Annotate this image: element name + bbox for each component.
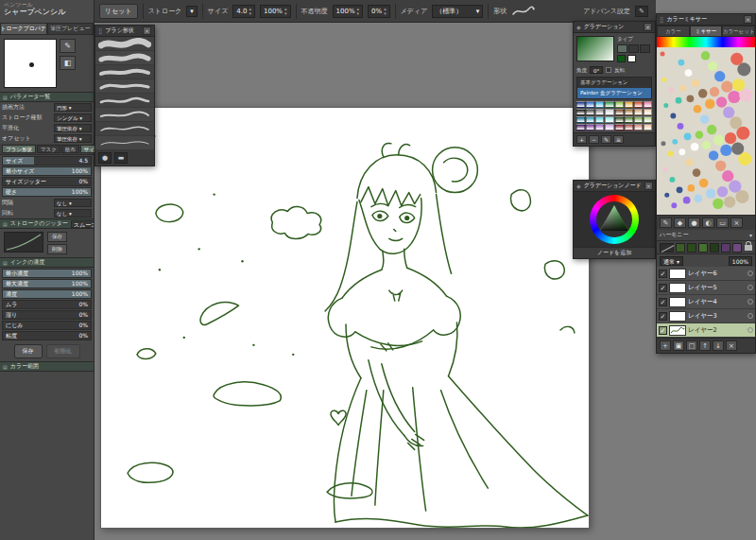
gradient-swatch[interactable]	[644, 124, 652, 131]
gradient-swatch[interactable]	[595, 116, 604, 123]
param-select[interactable]: 円形 ▾	[54, 103, 92, 112]
mixer-pad[interactable]	[657, 37, 755, 215]
gradient-swatch[interactable]	[586, 101, 594, 108]
apply-button[interactable]: 保存	[14, 344, 43, 358]
color-wheel[interactable]	[590, 195, 639, 244]
mixer-tab[interactable]: カラー	[657, 26, 690, 37]
param-select[interactable]: なし ▾	[54, 209, 92, 218]
remove-icon[interactable]: −	[589, 135, 599, 144]
harmony-swatch[interactable]	[687, 243, 696, 253]
brush-preset[interactable]	[95, 79, 154, 94]
layer-lock-indicator[interactable]	[747, 299, 753, 305]
gradient-swatch[interactable]	[615, 101, 624, 108]
size-scale-input[interactable]: 100%▴▾	[260, 5, 291, 18]
gradient-swatch[interactable]	[634, 124, 643, 131]
param-slider[interactable]: にじみ0%	[2, 321, 92, 330]
gradient-swatch[interactable]	[644, 109, 652, 115]
pen-tip-icon[interactable]: ✎	[60, 39, 76, 53]
layer-row[interactable]: ✓レイヤー5	[657, 281, 755, 295]
tool-panel-tab[interactable]: ストロークプロパティ	[0, 23, 47, 35]
harmony-swatch[interactable]	[676, 243, 685, 253]
current-tool-box[interactable]: ペンツール シャープペンシル	[0, 0, 94, 23]
spinner-icon[interactable]: ▴▾	[249, 7, 251, 16]
param-slider[interactable]: 最小濃度100%	[2, 269, 92, 278]
hue-strip[interactable]	[657, 37, 755, 47]
gradient-swatch[interactable]	[634, 116, 643, 123]
radial-gradient-icon[interactable]	[628, 44, 639, 53]
gradient-swatch[interactable]	[586, 109, 594, 115]
close-icon[interactable]: ×	[143, 26, 151, 35]
add-icon[interactable]: +	[576, 135, 587, 144]
new-layer-icon[interactable]: +	[660, 340, 671, 351]
gradient-swatch[interactable]	[625, 101, 633, 108]
move-down-icon[interactable]: ↓	[713, 340, 724, 351]
layer-visibility-toggle[interactable]: ✓	[659, 270, 667, 278]
pen-icon[interactable]: ✎	[660, 218, 672, 228]
layer-lock-indicator[interactable]	[747, 285, 753, 290]
harmony-swatch[interactable]	[710, 243, 719, 253]
brush-preset[interactable]	[95, 122, 154, 136]
flat-tip-icon[interactable]: ▬	[114, 152, 128, 164]
spinner-icon[interactable]: ▴▾	[284, 7, 287, 16]
close-icon[interactable]: ×	[744, 15, 752, 24]
shade-angle-icon[interactable]	[660, 243, 674, 253]
eyedropper-icon[interactable]: ◐	[702, 218, 714, 228]
harmony-swatch[interactable]	[698, 243, 708, 253]
delete-layer-icon[interactable]: ×	[726, 340, 737, 351]
brush-panel-titlebar[interactable]: ⣿ ブラシ形状 ×	[95, 26, 154, 37]
stroke-dropdown[interactable]: ▾	[186, 6, 198, 17]
layer-lock-indicator[interactable]	[747, 313, 753, 319]
param-slider[interactable]: 硬さ100%	[2, 187, 92, 197]
round-tip-icon[interactable]: ●	[98, 152, 112, 164]
apply-button[interactable]: 初期化	[46, 344, 80, 358]
gradient-swatch[interactable]	[576, 109, 585, 115]
layer-visibility-toggle[interactable]: ✓	[659, 298, 667, 306]
curve-button[interactable]: 保存	[47, 232, 67, 242]
clear-icon[interactable]: ×	[730, 218, 743, 228]
param-slider[interactable]: 最大濃度100%	[2, 279, 92, 288]
node-panel-titlebar[interactable]: ◆ グラデーションノード ×	[574, 181, 655, 192]
layer-row[interactable]: ✓レイヤー6	[657, 267, 755, 281]
move-up-icon[interactable]: ↑	[699, 340, 711, 351]
blend-mode-dropdown[interactable]: 通常 ▾	[660, 256, 683, 266]
param-slider[interactable]: 最小サイズ100%	[2, 166, 92, 176]
drawing-canvas[interactable]	[100, 107, 590, 529]
layer-opacity-input[interactable]: 100%	[729, 256, 752, 266]
layer-row[interactable]: ✓レイヤー2	[657, 323, 755, 338]
gradient-color-a[interactable]	[617, 55, 626, 62]
layer-visibility-toggle[interactable]: ✓	[659, 326, 667, 335]
gradient-swatch[interactable]	[595, 101, 604, 108]
gradient-swatch[interactable]	[576, 101, 585, 108]
gradient-swatch[interactable]	[615, 116, 624, 123]
brush-preset[interactable]	[95, 51, 154, 65]
layer-visibility-toggle[interactable]: ✓	[659, 312, 667, 321]
opacity-jitter-input[interactable]: 0%▴▾	[368, 5, 390, 18]
gradient-swatch[interactable]	[605, 101, 613, 108]
brush-preset[interactable]	[95, 37, 154, 51]
gradient-swatch[interactable]	[625, 109, 633, 115]
angle-input[interactable]: 0°	[590, 66, 603, 74]
param-slider[interactable]: 湿り0%	[2, 310, 92, 320]
advanced-settings-icon[interactable]: ✎	[635, 6, 648, 17]
gradient-swatch[interactable]	[625, 116, 633, 123]
lock-icon[interactable]	[745, 245, 752, 251]
edit-icon[interactable]: ✎	[601, 135, 611, 144]
reset-button[interactable]: リセット	[99, 4, 138, 19]
gradient-list-item[interactable]: 基本グラデーション	[577, 78, 651, 88]
layer-visibility-toggle[interactable]: ✓	[659, 284, 667, 292]
param-select[interactable]: 筆圧依存 ▾	[54, 134, 92, 143]
brush-preset[interactable]	[95, 94, 154, 108]
menu-icon[interactable]: ≡	[613, 135, 624, 144]
reverse-checkbox[interactable]	[606, 67, 611, 73]
gradient-list-item[interactable]: Painter 金グラデーション	[577, 88, 651, 98]
gradient-swatch[interactable]	[644, 101, 652, 108]
duplicate-layer-icon[interactable]: □	[686, 340, 697, 351]
tool-panel-tab[interactable]: 筆圧プレビュー	[47, 23, 94, 35]
add-node-button[interactable]: ノードを追加	[574, 247, 655, 258]
param-slider[interactable]: ムラ0%	[2, 300, 92, 309]
gradient-swatch[interactable]	[615, 124, 624, 131]
gradient-swatch[interactable]	[615, 109, 624, 115]
linear-gradient-icon[interactable]	[617, 44, 627, 53]
jitter-mode-dropdown[interactable]: スムーズ	[71, 220, 94, 228]
chevron-down-icon[interactable]: ▾	[749, 232, 752, 238]
